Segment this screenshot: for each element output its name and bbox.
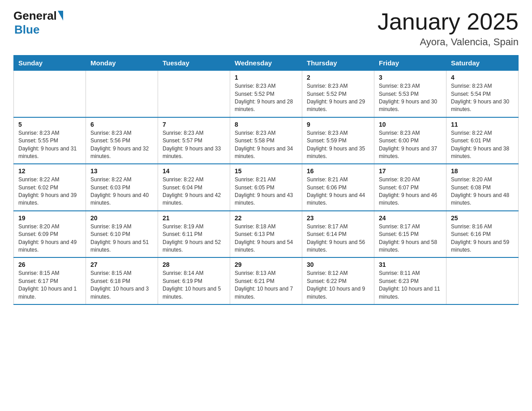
day-number: 17 <box>379 167 442 175</box>
day-info: Sunrise: 8:23 AMSunset: 5:56 PMDaylight:… <box>90 129 153 161</box>
calendar-cell: 1Sunrise: 8:23 AMSunset: 5:52 PMDaylight… <box>230 71 302 117</box>
day-info: Sunrise: 8:19 AMSunset: 6:10 PMDaylight:… <box>90 223 153 254</box>
day-number: 29 <box>235 261 297 268</box>
calendar-cell: 7Sunrise: 8:23 AMSunset: 5:57 PMDaylight… <box>158 117 230 164</box>
calendar-cell: 17Sunrise: 8:20 AMSunset: 6:07 PMDayligh… <box>374 164 446 211</box>
day-number: 10 <box>379 121 442 128</box>
calendar-cell: 3Sunrise: 8:23 AMSunset: 5:53 PMDaylight… <box>374 71 446 117</box>
day-number: 20 <box>90 214 153 222</box>
day-number: 25 <box>451 214 514 222</box>
day-number: 7 <box>163 121 225 128</box>
day-info: Sunrise: 8:19 AMSunset: 6:11 PMDaylight:… <box>163 223 225 254</box>
day-number: 9 <box>307 121 369 128</box>
calendar-cell: 26Sunrise: 8:15 AMSunset: 6:17 PMDayligh… <box>14 257 86 304</box>
day-info: Sunrise: 8:20 AMSunset: 6:08 PMDaylight:… <box>451 176 514 207</box>
day-number: 23 <box>307 214 369 222</box>
day-number: 30 <box>307 261 369 268</box>
day-number: 16 <box>307 167 369 175</box>
day-info: Sunrise: 8:23 AMSunset: 5:52 PMDaylight:… <box>307 82 369 114</box>
column-header-wednesday: Wednesday <box>230 56 302 71</box>
day-number: 26 <box>18 261 81 268</box>
day-info: Sunrise: 8:14 AMSunset: 6:19 PMDaylight:… <box>163 270 225 301</box>
day-number: 22 <box>235 214 297 222</box>
day-info: Sunrise: 8:22 AMSunset: 6:04 PMDaylight:… <box>163 176 225 207</box>
page-title: January 2025 <box>378 9 519 34</box>
logo-triangle-icon <box>58 11 63 21</box>
calendar-cell: 8Sunrise: 8:23 AMSunset: 5:58 PMDaylight… <box>230 117 302 164</box>
calendar-week-row: 26Sunrise: 8:15 AMSunset: 6:17 PMDayligh… <box>14 257 519 304</box>
day-info: Sunrise: 8:17 AMSunset: 6:15 PMDaylight:… <box>379 223 442 254</box>
day-info: Sunrise: 8:21 AMSunset: 6:05 PMDaylight:… <box>235 176 297 207</box>
day-info: Sunrise: 8:22 AMSunset: 6:01 PMDaylight:… <box>451 129 514 161</box>
day-number: 24 <box>379 214 442 222</box>
day-number: 28 <box>163 261 225 268</box>
calendar-cell: 9Sunrise: 8:23 AMSunset: 5:59 PMDaylight… <box>302 117 374 164</box>
calendar-week-row: 1Sunrise: 8:23 AMSunset: 5:52 PMDaylight… <box>14 71 519 117</box>
day-number: 27 <box>90 261 153 268</box>
day-info: Sunrise: 8:23 AMSunset: 5:57 PMDaylight:… <box>163 129 225 161</box>
column-header-tuesday: Tuesday <box>158 56 230 71</box>
calendar-week-row: 19Sunrise: 8:20 AMSunset: 6:09 PMDayligh… <box>14 211 519 258</box>
calendar-table: SundayMondayTuesdayWednesdayThursdayFrid… <box>13 55 519 305</box>
calendar-cell: 13Sunrise: 8:22 AMSunset: 6:03 PMDayligh… <box>86 164 158 211</box>
calendar-cell: 6Sunrise: 8:23 AMSunset: 5:56 PMDaylight… <box>86 117 158 164</box>
calendar-cell: 12Sunrise: 8:22 AMSunset: 6:02 PMDayligh… <box>14 164 86 211</box>
column-header-monday: Monday <box>86 56 158 71</box>
calendar-cell: 5Sunrise: 8:23 AMSunset: 5:55 PMDaylight… <box>14 117 86 164</box>
day-info: Sunrise: 8:16 AMSunset: 6:16 PMDaylight:… <box>451 223 514 254</box>
column-header-thursday: Thursday <box>302 56 374 71</box>
calendar-cell: 30Sunrise: 8:12 AMSunset: 6:22 PMDayligh… <box>302 257 374 304</box>
calendar-cell: 18Sunrise: 8:20 AMSunset: 6:08 PMDayligh… <box>446 164 519 211</box>
day-info: Sunrise: 8:17 AMSunset: 6:14 PMDaylight:… <box>307 223 369 254</box>
calendar-cell: 22Sunrise: 8:18 AMSunset: 6:13 PMDayligh… <box>230 211 302 258</box>
calendar-cell: 24Sunrise: 8:17 AMSunset: 6:15 PMDayligh… <box>374 211 446 258</box>
day-number: 14 <box>163 167 225 175</box>
day-info: Sunrise: 8:21 AMSunset: 6:06 PMDaylight:… <box>307 176 369 207</box>
day-number: 18 <box>451 167 514 175</box>
day-number: 3 <box>379 74 442 81</box>
day-info: Sunrise: 8:20 AMSunset: 6:09 PMDaylight:… <box>18 223 81 254</box>
logo: General Blue <box>13 9 63 37</box>
day-number: 31 <box>379 261 442 268</box>
column-header-saturday: Saturday <box>446 56 519 71</box>
day-info: Sunrise: 8:11 AMSunset: 6:23 PMDaylight:… <box>379 270 442 301</box>
day-info: Sunrise: 8:12 AMSunset: 6:22 PMDaylight:… <box>307 270 369 301</box>
calendar-cell <box>158 71 230 117</box>
day-number: 13 <box>90 167 153 175</box>
calendar-cell: 20Sunrise: 8:19 AMSunset: 6:10 PMDayligh… <box>86 211 158 258</box>
column-header-friday: Friday <box>374 56 446 71</box>
day-number: 5 <box>18 121 81 128</box>
day-info: Sunrise: 8:13 AMSunset: 6:21 PMDaylight:… <box>235 270 297 301</box>
day-number: 4 <box>451 74 514 81</box>
day-info: Sunrise: 8:23 AMSunset: 6:00 PMDaylight:… <box>379 129 442 161</box>
day-info: Sunrise: 8:15 AMSunset: 6:17 PMDaylight:… <box>18 270 81 301</box>
logo-general-text: General <box>13 9 57 23</box>
calendar-cell: 23Sunrise: 8:17 AMSunset: 6:14 PMDayligh… <box>302 211 374 258</box>
column-header-sunday: Sunday <box>14 56 86 71</box>
calendar-cell: 14Sunrise: 8:22 AMSunset: 6:04 PMDayligh… <box>158 164 230 211</box>
calendar-header-row: SundayMondayTuesdayWednesdayThursdayFrid… <box>14 56 519 71</box>
calendar-cell: 11Sunrise: 8:22 AMSunset: 6:01 PMDayligh… <box>446 117 519 164</box>
day-info: Sunrise: 8:15 AMSunset: 6:18 PMDaylight:… <box>90 270 153 301</box>
page-header: General Blue January 2025 Ayora, Valenci… <box>13 9 519 48</box>
calendar-cell <box>446 257 519 304</box>
day-info: Sunrise: 8:23 AMSunset: 5:53 PMDaylight:… <box>379 82 442 114</box>
day-number: 21 <box>163 214 225 222</box>
calendar-cell: 25Sunrise: 8:16 AMSunset: 6:16 PMDayligh… <box>446 211 519 258</box>
day-info: Sunrise: 8:22 AMSunset: 6:02 PMDaylight:… <box>18 176 81 207</box>
day-number: 15 <box>235 167 297 175</box>
calendar-cell: 29Sunrise: 8:13 AMSunset: 6:21 PMDayligh… <box>230 257 302 304</box>
calendar-cell: 21Sunrise: 8:19 AMSunset: 6:11 PMDayligh… <box>158 211 230 258</box>
day-number: 8 <box>235 121 297 128</box>
calendar-cell: 31Sunrise: 8:11 AMSunset: 6:23 PMDayligh… <box>374 257 446 304</box>
title-block: January 2025 Ayora, Valencia, Spain <box>378 9 519 48</box>
calendar-cell: 28Sunrise: 8:14 AMSunset: 6:19 PMDayligh… <box>158 257 230 304</box>
day-number: 6 <box>90 121 153 128</box>
day-number: 1 <box>235 74 297 81</box>
day-number: 19 <box>18 214 81 222</box>
day-number: 11 <box>451 121 514 128</box>
day-info: Sunrise: 8:23 AMSunset: 5:58 PMDaylight:… <box>235 129 297 161</box>
day-info: Sunrise: 8:18 AMSunset: 6:13 PMDaylight:… <box>235 223 297 254</box>
day-info: Sunrise: 8:23 AMSunset: 5:55 PMDaylight:… <box>18 129 81 161</box>
calendar-cell: 15Sunrise: 8:21 AMSunset: 6:05 PMDayligh… <box>230 164 302 211</box>
